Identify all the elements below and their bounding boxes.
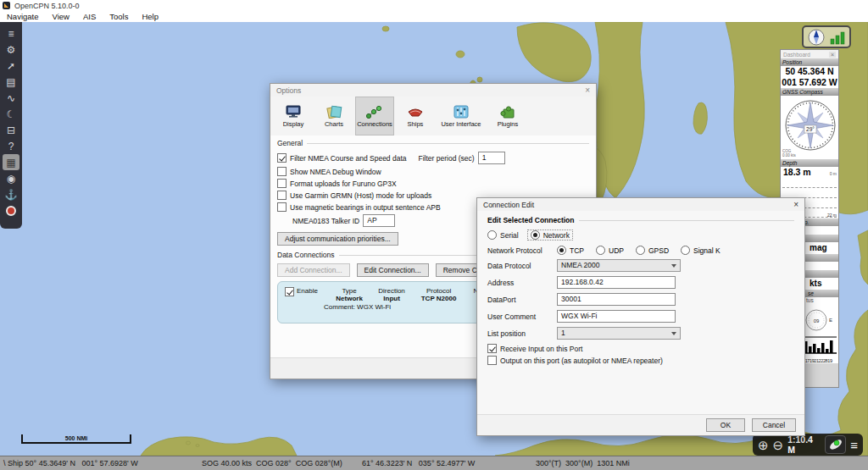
filter-period-input[interactable]: 1 xyxy=(478,152,505,164)
nmea-debug-row: Show NMEA Debug Window xyxy=(277,167,589,176)
create-route-icon[interactable]: ➚ xyxy=(3,58,19,74)
track-icon[interactable]: ∿ xyxy=(3,90,19,106)
position-lon: 001 57.692 W xyxy=(781,77,838,88)
gpsd-radio[interactable] xyxy=(636,246,645,255)
connection-edit-dialog: Connection Edit × Edit Selected Connecti… xyxy=(476,197,805,436)
night-glyph: ☾ xyxy=(7,108,16,120)
talker-id-input[interactable]: AP xyxy=(363,214,395,227)
nmea-debug-checkbox[interactable] xyxy=(277,167,287,176)
mini-compass-value: 09 xyxy=(814,318,820,323)
tab-display[interactable]: Display xyxy=(274,97,313,135)
receive-input-row: Receive Input on this Port xyxy=(487,344,794,353)
main-menu-icon[interactable]: ≡ xyxy=(3,25,19,41)
protocol-value: TCP N2000 xyxy=(414,295,464,302)
main-menu-glyph: ≡ xyxy=(8,28,14,40)
tcp-radio[interactable] xyxy=(557,246,566,255)
options-tab-strip: Display Charts Connections xyxy=(270,97,596,136)
follow-ship-button[interactable] xyxy=(825,435,846,454)
dashboard-title: Dashboard xyxy=(783,52,810,58)
main-toolbar: ≡ ⚙ ➚ ▤ ∿ ☾ ⊟ ? ▦ ◉ ⚓ xyxy=(0,22,22,229)
options-close-icon[interactable]: × xyxy=(585,86,590,95)
data-protocol-select[interactable]: NMEA 2000 xyxy=(557,259,681,272)
magnetic-apb-checkbox[interactable] xyxy=(277,202,287,212)
tab-plugins[interactable]: Plugins xyxy=(487,97,528,135)
charts-icon xyxy=(325,105,343,119)
connection-enable-checkbox[interactable] xyxy=(285,287,294,296)
udp-option[interactable]: UDP xyxy=(596,246,624,255)
magnetic-apb-label: Use magnetic bearings in output sentence… xyxy=(290,203,441,212)
tab-connections[interactable]: Connections xyxy=(355,97,394,135)
signalk-option[interactable]: Signal K xyxy=(681,246,721,255)
menu-tools[interactable]: Tools xyxy=(103,12,135,21)
serial-radio[interactable] xyxy=(487,230,497,240)
edit-connection-button[interactable]: Edit Connection... xyxy=(357,263,429,277)
garmin-checkbox[interactable] xyxy=(277,191,287,200)
tab-ships[interactable]: Ships xyxy=(396,97,435,135)
tcp-option[interactable]: TCP xyxy=(557,246,584,255)
tab-user-interface[interactable]: User Interface xyxy=(437,97,486,135)
output-port-label: Output on this port (as autopilot or NME… xyxy=(500,357,663,365)
network-radio[interactable] xyxy=(531,230,540,240)
user-comment-label: User Comment xyxy=(487,312,557,321)
dashboard-titlebar[interactable]: Dashboard × xyxy=(781,50,838,58)
signalk-radio[interactable] xyxy=(681,246,690,255)
connection-edit-titlebar[interactable]: Connection Edit × xyxy=(477,198,804,211)
compass-cog-text: COG 0.00 kts xyxy=(782,149,796,158)
filter-nmea-checkbox[interactable] xyxy=(277,153,287,163)
zoom-out-icon[interactable]: ⊖ xyxy=(773,439,784,451)
depth-header: Depth xyxy=(781,159,838,167)
dataport-label: DataPort xyxy=(487,296,557,304)
print-icon[interactable]: ⊟ xyxy=(3,122,19,138)
cancel-button[interactable]: Cancel xyxy=(752,418,796,432)
add-connection-button[interactable]: Add Connection... xyxy=(277,263,350,277)
chart-scale-bar: 500 NMi xyxy=(21,434,131,444)
menu-burger-icon[interactable]: ≡ xyxy=(850,438,858,452)
type-value: Network xyxy=(329,295,370,302)
connection-type-row: Serial Network xyxy=(487,229,794,241)
night-mode-icon[interactable]: ☾ xyxy=(3,106,19,122)
mob-icon[interactable] xyxy=(3,202,19,218)
tab-charts[interactable]: Charts xyxy=(314,97,353,135)
depth-value-row: 18.3 m 0 m xyxy=(781,167,838,178)
network-label: Network xyxy=(543,231,570,240)
dashboard-close-icon[interactable]: × xyxy=(829,52,836,58)
chart-icon[interactable]: ▤ xyxy=(3,74,19,90)
output-port-checkbox[interactable] xyxy=(487,356,497,365)
talker-id-label: NMEA0183 Talker ID xyxy=(292,217,359,225)
furuno-checkbox[interactable] xyxy=(277,179,287,188)
tab-connections-label: Connections xyxy=(357,120,392,128)
menu-view[interactable]: View xyxy=(46,12,76,21)
gps-status-widget[interactable] xyxy=(802,25,851,48)
filter-nmea-label: Filter NMEA Course and Speed data xyxy=(290,154,407,163)
mob-glyph xyxy=(6,206,16,216)
tcp-label: TCP xyxy=(570,246,584,255)
udp-radio[interactable] xyxy=(596,246,605,255)
list-position-select[interactable]: 1 xyxy=(557,327,681,340)
serial-option[interactable]: Serial xyxy=(487,230,519,240)
adjust-priorities-button[interactable]: Adjust communication priorities... xyxy=(277,232,398,246)
menu-navigate[interactable]: Navigate xyxy=(0,12,46,21)
boat-icon xyxy=(827,438,844,451)
dataport-input[interactable]: 30001 xyxy=(557,293,676,306)
user-comment-input[interactable]: WGX Wi-Fi xyxy=(557,310,676,323)
chart-outlines-icon[interactable]: ▦ xyxy=(3,154,19,170)
settings-gear-icon[interactable]: ⚙ xyxy=(3,41,19,58)
ok-button[interactable]: OK xyxy=(706,418,745,432)
network-option[interactable]: Network xyxy=(527,229,573,241)
options-titlebar[interactable]: Options × xyxy=(270,84,596,97)
enc-text-icon[interactable]: ⚓ xyxy=(3,186,19,202)
receive-input-checkbox[interactable] xyxy=(487,344,497,353)
gpsd-option[interactable]: GPSD xyxy=(636,246,669,255)
gps-compass-icon xyxy=(808,29,825,46)
direction-header: Direction xyxy=(370,287,414,295)
gnss-compass-gauge: 29° COG 0.00 kts xyxy=(781,96,838,159)
menu-help[interactable]: Help xyxy=(135,12,165,21)
connection-edit-body: Edit Selected Connection Serial Network … xyxy=(477,211,804,415)
ais-targets-icon[interactable]: ◉ xyxy=(3,170,19,186)
zoom-in-icon[interactable]: ⊕ xyxy=(758,439,769,451)
menu-ais[interactable]: AIS xyxy=(76,12,103,21)
app-logo-icon xyxy=(3,2,10,9)
help-icon[interactable]: ? xyxy=(3,138,19,154)
address-input[interactable]: 192.168.0.42 xyxy=(557,276,676,289)
connection-edit-close-icon[interactable]: × xyxy=(793,200,798,209)
